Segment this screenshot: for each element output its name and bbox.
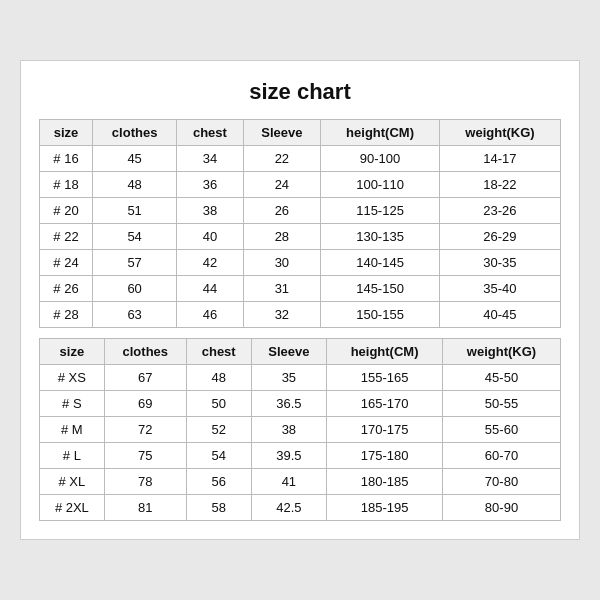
- table-cell: 14-17: [439, 146, 560, 172]
- table-row: # 26604431145-15035-40: [40, 276, 561, 302]
- table-row: # 18483624100-11018-22: [40, 172, 561, 198]
- table-cell: 55-60: [442, 417, 560, 443]
- table-cell: 57: [93, 250, 177, 276]
- table-cell: 26: [243, 198, 321, 224]
- table-cell: 145-150: [321, 276, 440, 302]
- table-cell: 35-40: [439, 276, 560, 302]
- table-cell: 54: [186, 443, 251, 469]
- header-cell: height(CM): [321, 120, 440, 146]
- table-cell: 80-90: [442, 495, 560, 521]
- header-cell: clothes: [104, 339, 186, 365]
- table-cell: 58: [186, 495, 251, 521]
- table-cell: # XS: [40, 365, 105, 391]
- table-cell: 52: [186, 417, 251, 443]
- table-cell: # 16: [40, 146, 93, 172]
- table-cell: 75: [104, 443, 186, 469]
- table-cell: # 24: [40, 250, 93, 276]
- table-cell: 69: [104, 391, 186, 417]
- table-cell: 115-125: [321, 198, 440, 224]
- table-cell: # 2XL: [40, 495, 105, 521]
- table-cell: 81: [104, 495, 186, 521]
- table-cell: # 20: [40, 198, 93, 224]
- table-cell: 70-80: [442, 469, 560, 495]
- table-cell: 18-22: [439, 172, 560, 198]
- chart-title: size chart: [39, 79, 561, 105]
- table-cell: 48: [93, 172, 177, 198]
- table-cell: 72: [104, 417, 186, 443]
- table-row: # 24574230140-14530-35: [40, 250, 561, 276]
- table-cell: 30: [243, 250, 321, 276]
- table-cell: 170-175: [327, 417, 443, 443]
- header-cell: size: [40, 339, 105, 365]
- table-cell: 67: [104, 365, 186, 391]
- table-cell: 63: [93, 302, 177, 328]
- table-cell: 50-55: [442, 391, 560, 417]
- size-table-adults: sizeclotheschestSleeveheight(CM)weight(K…: [39, 338, 561, 521]
- table-cell: 45-50: [442, 365, 560, 391]
- table-row: # 22544028130-13526-29: [40, 224, 561, 250]
- table-cell: # M: [40, 417, 105, 443]
- table-cell: 41: [251, 469, 327, 495]
- table-row: # XL785641180-18570-80: [40, 469, 561, 495]
- table-cell: # 22: [40, 224, 93, 250]
- table-cell: 54: [93, 224, 177, 250]
- table-cell: 24: [243, 172, 321, 198]
- table-cell: 48: [186, 365, 251, 391]
- table1-header-row: sizeclotheschestSleeveheight(CM)weight(K…: [40, 120, 561, 146]
- table-row: # M725238170-17555-60: [40, 417, 561, 443]
- table-cell: 40: [177, 224, 243, 250]
- table-row: # XS674835155-16545-50: [40, 365, 561, 391]
- header-cell: weight(KG): [439, 120, 560, 146]
- table-cell: 23-26: [439, 198, 560, 224]
- table-cell: # 26: [40, 276, 93, 302]
- table-cell: 130-135: [321, 224, 440, 250]
- table-cell: 42: [177, 250, 243, 276]
- header-cell: Sleeve: [243, 120, 321, 146]
- table-cell: 155-165: [327, 365, 443, 391]
- header-cell: chest: [186, 339, 251, 365]
- table-row: # S695036.5165-17050-55: [40, 391, 561, 417]
- table-cell: 60-70: [442, 443, 560, 469]
- table-cell: 22: [243, 146, 321, 172]
- table-cell: 100-110: [321, 172, 440, 198]
- table-cell: 165-170: [327, 391, 443, 417]
- table-cell: # 28: [40, 302, 93, 328]
- table-cell: 56: [186, 469, 251, 495]
- table-cell: 90-100: [321, 146, 440, 172]
- table-row: # 20513826115-12523-26: [40, 198, 561, 224]
- table-cell: 150-155: [321, 302, 440, 328]
- table-cell: 78: [104, 469, 186, 495]
- table-cell: 39.5: [251, 443, 327, 469]
- table-cell: 45: [93, 146, 177, 172]
- table-cell: 26-29: [439, 224, 560, 250]
- table-cell: 60: [93, 276, 177, 302]
- table-cell: 180-185: [327, 469, 443, 495]
- header-cell: clothes: [93, 120, 177, 146]
- table-cell: 31: [243, 276, 321, 302]
- table-cell: 30-35: [439, 250, 560, 276]
- table-cell: 42.5: [251, 495, 327, 521]
- table-cell: 36: [177, 172, 243, 198]
- table-row: # L755439.5175-18060-70: [40, 443, 561, 469]
- table-cell: 28: [243, 224, 321, 250]
- header-cell: weight(KG): [442, 339, 560, 365]
- table-cell: 51: [93, 198, 177, 224]
- header-cell: height(CM): [327, 339, 443, 365]
- table-cell: 36.5: [251, 391, 327, 417]
- header-cell: size: [40, 120, 93, 146]
- table-cell: 35: [251, 365, 327, 391]
- table-cell: 44: [177, 276, 243, 302]
- table-cell: 38: [177, 198, 243, 224]
- table-row: # 2XL815842.5185-19580-90: [40, 495, 561, 521]
- size-chart-card: size chart sizeclotheschestSleeveheight(…: [20, 60, 580, 540]
- table-cell: 140-145: [321, 250, 440, 276]
- size-table-children: sizeclotheschestSleeveheight(CM)weight(K…: [39, 119, 561, 328]
- table-cell: 40-45: [439, 302, 560, 328]
- header-cell: chest: [177, 120, 243, 146]
- table-row: # 28634632150-15540-45: [40, 302, 561, 328]
- table-cell: # L: [40, 443, 105, 469]
- table-cell: 185-195: [327, 495, 443, 521]
- table2-header-row: sizeclotheschestSleeveheight(CM)weight(K…: [40, 339, 561, 365]
- table-cell: 46: [177, 302, 243, 328]
- table-cell: 32: [243, 302, 321, 328]
